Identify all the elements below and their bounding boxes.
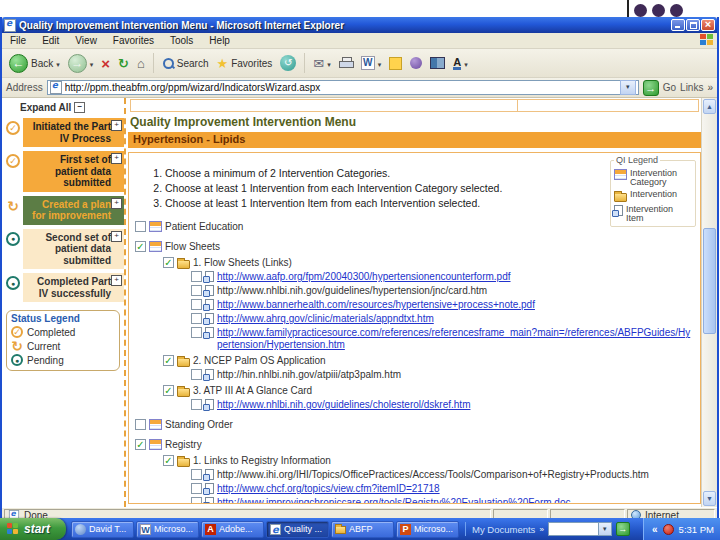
tree-checkbox[interactable] bbox=[191, 469, 202, 480]
tray-alert-icon[interactable] bbox=[663, 524, 674, 535]
research-dropdown-icon[interactable] bbox=[464, 58, 468, 69]
refresh-button[interactable] bbox=[115, 55, 132, 72]
menu-edit[interactable]: Edit bbox=[34, 35, 67, 46]
category-icon bbox=[614, 169, 627, 180]
tree-link[interactable]: http://www.nhlbi.nih.gov/guidelines/chol… bbox=[217, 399, 470, 411]
tree-link[interactable]: http://www.bannerhealth.com/resources/hy… bbox=[217, 299, 535, 311]
step-box[interactable]: Second set of patient data submitted bbox=[23, 229, 124, 270]
expand-step-icon[interactable] bbox=[111, 275, 122, 286]
taskbar-task-folder[interactable]: ABFP bbox=[331, 521, 394, 538]
taskbar-task-ie[interactable]: Quality ... bbox=[266, 521, 329, 538]
tree-checkbox[interactable] bbox=[191, 369, 202, 380]
tree-checkbox[interactable] bbox=[191, 497, 202, 504]
start-button[interactable]: start bbox=[0, 518, 66, 540]
print-button[interactable] bbox=[336, 56, 356, 70]
expand-step-icon[interactable] bbox=[111, 153, 122, 164]
word-icon bbox=[140, 524, 151, 535]
search-button[interactable]: Search bbox=[159, 56, 212, 70]
status-legend: Status Legend CompletedCurrentPending bbox=[6, 310, 120, 371]
tree-checkbox[interactable] bbox=[163, 257, 174, 268]
step-box[interactable]: First set of patient data submitted bbox=[23, 151, 124, 192]
tree-checkbox[interactable] bbox=[163, 455, 174, 466]
tree-checkbox[interactable] bbox=[163, 355, 174, 366]
step-box[interactable]: Created a plan for improvement bbox=[23, 196, 124, 225]
scroll-down-button[interactable] bbox=[703, 491, 716, 506]
close-button[interactable] bbox=[701, 19, 715, 31]
taskbar-task-word[interactable]: Microso... bbox=[136, 521, 199, 538]
restore-button[interactable] bbox=[686, 19, 700, 31]
go-button[interactable] bbox=[643, 80, 659, 96]
stop-icon bbox=[101, 55, 110, 72]
home-button[interactable] bbox=[134, 55, 148, 72]
tree-checkbox[interactable] bbox=[135, 241, 146, 252]
expand-all-control[interactable]: Expand All bbox=[20, 102, 124, 113]
taskbar-task-person[interactable]: David T... bbox=[71, 521, 134, 538]
title-bar[interactable]: Quality Improvement Intervention Menu - … bbox=[2, 17, 717, 33]
menu-file[interactable]: File bbox=[2, 35, 34, 46]
collapse-all-icon[interactable] bbox=[74, 102, 85, 113]
address-bar: Address http://ppm.theabfm.org/ppm/wizar… bbox=[2, 78, 717, 98]
window-controls bbox=[671, 19, 715, 31]
menu-view[interactable]: View bbox=[67, 35, 105, 46]
tree-link[interactable]: http://www.improvingchroniccare.org/tool… bbox=[217, 497, 571, 504]
combo-dropdown-icon[interactable] bbox=[598, 523, 611, 535]
favorites-star-icon bbox=[216, 56, 228, 71]
menu-favorites[interactable]: Favorites bbox=[105, 35, 162, 46]
scroll-thumb[interactable] bbox=[703, 228, 716, 334]
address-dropdown[interactable] bbox=[620, 80, 636, 95]
step-box[interactable]: Initiated the Part IV Process bbox=[23, 118, 124, 147]
hide-icons-chevron[interactable] bbox=[652, 524, 658, 535]
menu-help[interactable]: Help bbox=[201, 35, 238, 46]
tree-checkbox[interactable] bbox=[135, 221, 146, 232]
vertical-scrollbar[interactable] bbox=[701, 98, 717, 507]
back-dropdown-icon[interactable] bbox=[56, 58, 60, 69]
mail-button[interactable] bbox=[310, 55, 333, 72]
tree-checkbox[interactable] bbox=[191, 271, 202, 282]
tree-checkbox[interactable] bbox=[191, 483, 202, 494]
person-icon bbox=[75, 524, 86, 535]
tree-checkbox[interactable] bbox=[191, 299, 202, 310]
step-box[interactable]: Completed Part IV successfully bbox=[23, 273, 124, 302]
deskband-go-button[interactable] bbox=[616, 522, 630, 536]
forward-dropdown-icon[interactable] bbox=[90, 58, 94, 69]
tree-checkbox[interactable] bbox=[135, 419, 146, 430]
taskbar-task-adobe[interactable]: Adobe... bbox=[201, 521, 264, 538]
intervention-item-icon bbox=[205, 497, 214, 504]
links-label[interactable]: Links bbox=[680, 82, 703, 93]
tree-checkbox[interactable] bbox=[191, 399, 202, 410]
word-dropdown-icon[interactable] bbox=[378, 58, 382, 69]
stop-button[interactable] bbox=[98, 54, 113, 73]
mail-dropdown-icon[interactable] bbox=[327, 58, 331, 69]
favorites-button[interactable]: Favorites bbox=[213, 55, 275, 72]
tree-checkbox[interactable] bbox=[163, 385, 174, 396]
deskband-chevron-icon[interactable] bbox=[539, 525, 543, 534]
tree-checkbox[interactable] bbox=[191, 285, 202, 296]
taskbar-task-powerpoint[interactable]: Microso... bbox=[396, 521, 459, 538]
tree-checkbox[interactable] bbox=[135, 439, 146, 450]
notes-button[interactable] bbox=[386, 56, 405, 71]
forward-button[interactable] bbox=[65, 53, 97, 74]
deskband-combobox[interactable] bbox=[548, 522, 612, 536]
expand-step-icon[interactable] bbox=[111, 231, 122, 242]
back-button[interactable]: Back bbox=[6, 53, 63, 74]
scroll-up-button[interactable] bbox=[703, 99, 716, 114]
tree-checkbox[interactable] bbox=[191, 313, 202, 324]
history-button[interactable] bbox=[277, 54, 299, 72]
mail-icon bbox=[313, 56, 324, 71]
research-button[interactable] bbox=[450, 56, 470, 71]
address-input[interactable]: http://ppm.theabfm.org/ppm/wizard/Indica… bbox=[47, 80, 639, 95]
links-chevron-icon[interactable] bbox=[707, 82, 713, 93]
tree-link[interactable]: http://www.chcf.org/topics/view.cfm?item… bbox=[217, 483, 440, 495]
tree-link[interactable]: http://www.familypracticesource.com/refe… bbox=[217, 327, 694, 351]
expand-step-icon[interactable] bbox=[111, 120, 122, 131]
tree-link[interactable]: http://www.aafp.org/fpm/20040300/hyperte… bbox=[217, 271, 511, 283]
minimize-button[interactable] bbox=[671, 19, 685, 31]
deskband-label[interactable]: My Documents bbox=[472, 524, 535, 535]
media-button[interactable] bbox=[427, 56, 448, 70]
expand-step-icon[interactable] bbox=[111, 198, 122, 209]
menu-tools[interactable]: Tools bbox=[162, 35, 201, 46]
messenger-button[interactable] bbox=[407, 56, 425, 70]
edit-with-word-button[interactable] bbox=[358, 55, 385, 71]
tree-link[interactable]: http://www.ahrq.gov/clinic/materials/app… bbox=[217, 313, 434, 325]
tree-checkbox[interactable] bbox=[191, 327, 202, 338]
